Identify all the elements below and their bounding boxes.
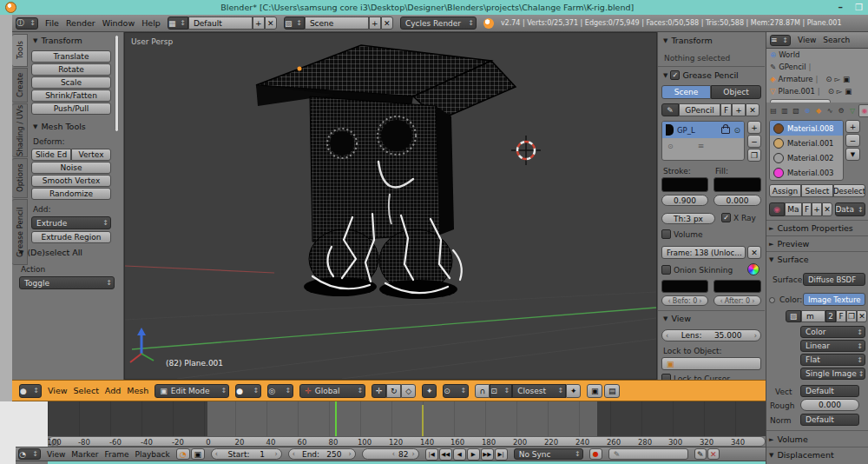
viewport-canvas[interactable]: User Persp (82) Plane.001 <box>124 32 657 380</box>
frame-lock-button[interactable]: ▣ <box>191 448 205 460</box>
surface-shader-select[interactable]: Diffuse BSDF <box>803 273 865 286</box>
color-wheel-icon[interactable] <box>747 263 760 275</box>
scene-properties-icon[interactable]: ▧ <box>791 105 801 116</box>
translate-button[interactable]: Translate <box>31 50 111 63</box>
color-input-select[interactable]: Image Texture <box>803 293 865 306</box>
onion-before-stepper[interactable]: ‹Befo: 0› <box>661 295 708 306</box>
material-slot-remove-button[interactable]: − <box>845 134 860 147</box>
gp-add-button[interactable]: + <box>732 103 746 116</box>
fill-color-swatch[interactable] <box>713 177 761 192</box>
render-opengl-button[interactable]: ▣ <box>587 384 602 398</box>
render-layers-icon[interactable]: ▥ <box>779 105 790 116</box>
material-slot-row[interactable]: Material.008 <box>770 121 843 136</box>
av-sync-select[interactable]: No Sync↕ <box>514 448 583 460</box>
outliner-item-armature[interactable]: ◈Armature|⊙▻▣ <box>766 73 868 85</box>
image-new-button[interactable]: ❐ <box>846 310 857 322</box>
delete-scene-button[interactable]: ✕ <box>381 17 393 30</box>
window-titlebar[interactable]: Blender* [C:\Users\samsung core i3\Deskt… <box>0 0 868 15</box>
lock-icon[interactable] <box>721 127 730 134</box>
eye-icon[interactable]: ⊙ <box>828 87 834 96</box>
material-slot-row[interactable]: Material.002 <box>770 150 843 165</box>
maximize-button[interactable]: ❐ <box>855 3 863 12</box>
snap-target-select[interactable]: Closest↕ <box>512 384 566 398</box>
select-button[interactable]: Select <box>801 184 833 197</box>
color-space-select[interactable]: Color↕ <box>800 326 865 338</box>
randomize-button[interactable]: Randomize <box>31 188 111 200</box>
gp-layer-remove-button[interactable]: − <box>747 135 761 148</box>
lock-mode-select[interactable]: ⊙↕ <box>443 384 469 398</box>
preview-range-button[interactable]: ◔ <box>176 448 190 460</box>
vector-input-select[interactable]: Default <box>800 385 859 397</box>
view3d-menu-select[interactable]: Select <box>74 386 99 395</box>
material-fake-user-button[interactable]: F <box>802 202 812 216</box>
deselect-button[interactable]: Deselect <box>833 184 865 197</box>
action-toggle-select[interactable]: Toggle↕ <box>19 276 115 289</box>
list-filter-icon[interactable]: ⊙ <box>667 143 674 150</box>
minimize-button[interactable]: – <box>838 2 844 13</box>
timeline-tracks[interactable] <box>48 401 766 436</box>
gp-tab-object[interactable]: Object <box>711 85 761 99</box>
snap-element-select[interactable]: ⊡↕ <box>490 384 512 398</box>
start-frame-field[interactable]: ‹Start:1› <box>211 448 282 460</box>
image-name-field[interactable]: m <box>801 310 825 322</box>
tool-shelf-scrollbar[interactable] <box>115 35 119 132</box>
gp-datablock-browse-button[interactable]: ✎ <box>661 103 679 116</box>
constraints-icon[interactable]: ∿ <box>825 105 835 116</box>
gp-layer-name[interactable]: GP_L <box>677 126 695 135</box>
delete-layout-button[interactable]: ✕ <box>265 17 277 30</box>
record-button[interactable]: ● <box>589 448 602 460</box>
end-frame-field[interactable]: ‹End:250› <box>288 448 356 460</box>
panel-header-deselect-all[interactable]: ▼(De)select All <box>19 248 82 257</box>
normal-input-select[interactable]: Default <box>800 414 859 426</box>
edge-slide-button[interactable]: Slide Ed <box>31 149 71 161</box>
gp-unlink-button[interactable]: ✕ <box>746 103 760 116</box>
previous-keyframe-button[interactable]: ◀◀ <box>439 448 452 461</box>
push-pull-button[interactable]: Push/Pull <box>31 103 111 115</box>
gp-layer-color-swatch[interactable] <box>666 124 674 136</box>
panel-header-transform[interactable]: ▼Transform <box>33 36 82 45</box>
material-name-field[interactable]: Ma <box>785 202 802 216</box>
outliner-menu-search[interactable]: Search <box>823 36 850 44</box>
layers-widget[interactable]: ✦ <box>422 384 437 398</box>
gp-tab-scene[interactable]: Scene <box>661 85 711 99</box>
panel-header-custom-properties[interactable]: ►Custom Properties <box>769 223 853 233</box>
viewport-shading-select[interactable]: ●↕ <box>235 384 261 398</box>
view3d-menu-mesh[interactable]: Mesh <box>127 386 148 395</box>
xray-toggle[interactable]: ✓X Ray <box>721 213 756 222</box>
projection-select[interactable]: Flat↕ <box>800 354 865 366</box>
noise-button[interactable]: Noise <box>31 162 111 174</box>
jump-to-end-button[interactable]: ▶| <box>495 448 508 461</box>
onion-skinning-toggle[interactable]: ✓Onion Skinning <box>661 265 733 275</box>
vertex-slide-button[interactable]: Vertex <box>71 149 111 161</box>
tab-shading-uvs[interactable]: Shading / UVs <box>12 103 28 157</box>
pivot-point-select[interactable]: ◎↕ <box>267 384 293 398</box>
image-unlink-button[interactable]: ✕ <box>857 310 867 322</box>
assign-button[interactable]: Assign <box>769 184 801 197</box>
tab-options[interactable]: Options <box>12 158 28 198</box>
menu-window[interactable]: Window <box>102 18 135 28</box>
material-add-button[interactable]: + <box>812 202 822 216</box>
gp-datablock-name-field[interactable]: GPencil <box>679 103 720 116</box>
gp-fake-user-button[interactable]: F <box>720 103 732 116</box>
lens-slider[interactable]: ‹Lens:35.000› <box>661 329 761 341</box>
timeline-menu-playback[interactable]: Playback <box>135 450 170 459</box>
npanel-header-transform[interactable]: ▼Transform <box>663 36 713 45</box>
modifiers-icon[interactable]: ⚙ <box>836 105 846 116</box>
scale-button[interactable]: Scale <box>31 76 111 89</box>
current-frame-line[interactable] <box>335 401 337 436</box>
npanel-header-view[interactable]: ▼View <box>663 314 691 323</box>
material-properties-icon[interactable]: ◉ <box>858 104 868 117</box>
current-frame-field[interactable]: ‹82› <box>362 448 419 460</box>
onion-after-stepper[interactable]: ‹After: 0› <box>713 295 761 306</box>
stroke-alpha-slider[interactable]: 0.900 <box>661 195 708 206</box>
timeline-menu-marker[interactable]: Marker <box>71 450 98 459</box>
material-slot-row[interactable]: Material.003 <box>770 165 843 180</box>
add-layout-button[interactable]: + <box>253 17 265 30</box>
gp-frame-field[interactable]: Frame: 138 (Unloc… <box>661 246 746 259</box>
next-keyframe-button[interactable]: ▶▶ <box>481 448 494 461</box>
manipulator-translate-button[interactable]: ✛ <box>372 384 386 398</box>
object-data-icon[interactable]: ▽ <box>847 105 858 116</box>
world-properties-icon[interactable]: ⊕ <box>802 105 812 116</box>
screen-layout-name-field[interactable]: Default <box>188 17 253 30</box>
outliner-item-plane001[interactable]: ▽Plane.001|⊙▻▣ <box>766 85 868 97</box>
